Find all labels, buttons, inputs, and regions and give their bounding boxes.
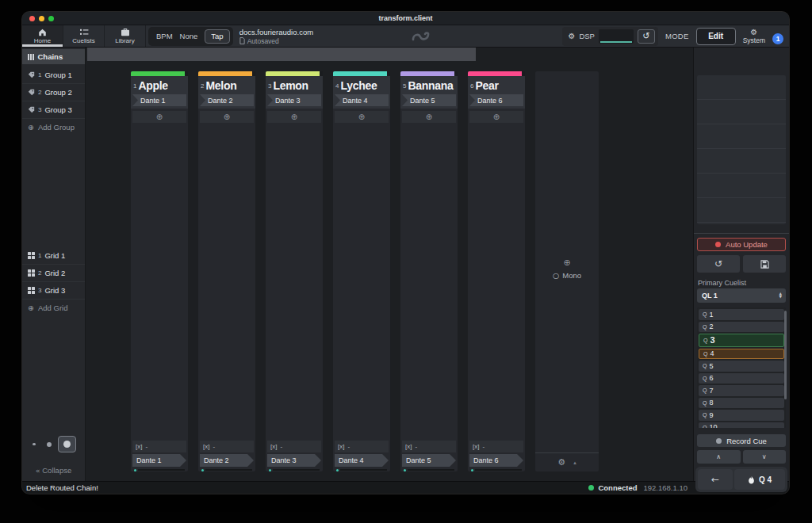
snapshot-slot[interactable] [697,100,786,124]
strip-mute-row[interactable]: [x] - [402,441,456,452]
snapshot-slot[interactable] [697,198,786,223]
zoom-large-selected[interactable] [58,436,76,452]
strip-mute-row[interactable]: [x] - [267,441,321,452]
add-plugin-button[interactable]: ⊕ [335,111,389,123]
sidebar-item-grid[interactable]: 1 Grid 1 [22,247,85,265]
snapshot-slot[interactable] [697,149,786,174]
zoom-small-dot[interactable] [33,443,36,446]
collapse-sidebar-button[interactable]: « Collapse [22,466,85,475]
add-plugin-button[interactable]: ⊕ [200,111,254,123]
cue-list-scrollbar[interactable] [784,311,787,399]
channel-strip[interactable]: 6 Pear Dante 6 ⊕ [x] - Dante 6 [468,71,525,471]
strip-input-tag[interactable]: Dante 2 [200,94,254,106]
add-plugin-button[interactable]: ⊕ [402,111,456,123]
cue-row[interactable]: Q 7 [699,385,784,396]
mono-circle-icon: ○ [553,271,559,280]
channel-strip[interactable]: 4 Lychee Dante 4 ⊕ [x] - Dante 4 [333,71,390,471]
cue-prefix: Q [703,351,707,357]
snapshot-slot[interactable] [697,75,786,100]
dsp-reset-button[interactable]: ↺ [638,29,655,44]
snapshot-slots [697,75,786,224]
strip-body [333,123,390,441]
channel-strip[interactable]: 2 Melon Dante 2 ⊕ [x] - Dante 2 [198,71,255,471]
strip-input-tag[interactable]: Dante 6 [469,94,523,106]
add-chain-column[interactable]: ⊕ ○ Mono ⚙ ▴ [535,71,599,471]
strip-input-tag[interactable]: Dante 5 [402,94,456,106]
zoom-window-button[interactable] [48,16,54,21]
cuelist-dropdown[interactable]: QL 1 ▲▼ [697,288,786,303]
tap-button[interactable]: Tap [205,29,229,44]
record-cue-button[interactable]: Record Cue [697,434,786,447]
tab-home[interactable]: Home [22,25,63,47]
channel-strip[interactable]: 3 Lemon Dante 3 ⊕ [x] - Dante 3 [266,71,323,471]
strip-name: Lemon [273,79,308,92]
caret-up-icon[interactable]: ▴ [573,460,576,466]
strip-output-tag[interactable]: Dante 3 [267,454,321,467]
go-back-button[interactable]: ← [698,469,733,490]
add-plugin-button[interactable]: ⊕ [132,111,186,123]
save-button[interactable] [743,255,786,273]
chain-settings-gear-icon[interactable]: ⚙ [557,458,565,467]
add-chain-plus-icon[interactable]: ⊕ [563,258,570,268]
add-mono-chain[interactable]: ○ Mono [553,271,581,280]
cue-row[interactable]: Q 3 [699,334,784,347]
strip-number: 3 [268,82,271,90]
tab-scroll-strip[interactable] [87,48,476,61]
close-window-button[interactable] [29,16,35,21]
cue-row[interactable]: Q 4 [699,349,784,360]
add-item-button[interactable]: ⊕ Add Grid [22,300,85,315]
cue-row[interactable]: Q 1 [699,309,784,320]
bpm-value[interactable]: None [180,32,198,40]
chains-header[interactable]: Chains [22,49,85,64]
minimize-window-button[interactable] [39,16,44,21]
sidebar-item-grid[interactable]: 2 Grid 2 [22,265,85,282]
auto-update-button[interactable]: Auto Update [697,238,786,251]
tab-library[interactable]: Library [105,25,146,47]
strip-mute-row[interactable]: [x] - [132,441,186,452]
mode-edit-button[interactable]: Edit [696,28,736,45]
strip-input-tag[interactable]: Dante 1 [132,94,186,106]
add-plugin-button[interactable]: ⊕ [469,111,523,123]
cue-row[interactable]: Q 6 [699,373,784,384]
sidebar-item-group[interactable]: 2 Group 2 [22,84,85,101]
cue-row[interactable]: Q 9 [699,410,784,421]
zoom-medium-dot[interactable] [47,442,52,447]
channel-strip[interactable]: 5 Bannana Dante 5 ⊕ [x] - Dante 5 [400,71,458,471]
strip-output-tag[interactable]: Dante 1 [132,454,186,467]
system-gear-icon: ⚙ [750,29,757,36]
cue-row[interactable]: Q 5 [699,361,784,372]
snapshot-slot[interactable] [697,124,786,149]
revert-button[interactable]: ↺ [697,255,740,273]
add-plugin-button[interactable]: ⊕ [267,111,321,123]
strip-mute-row[interactable]: [x] - [335,441,389,452]
cue-next-button[interactable]: ∨ [743,450,787,464]
strip-header: 2 Melon Dante 2 [198,71,255,109]
strip-input-tag[interactable]: Dante 4 [335,94,389,106]
sidebar: Chains 1 Group 1 2 Group 2 3 Group 3 ⊕ A… [22,48,86,481]
snapshot-slot[interactable] [697,174,786,198]
strip-input-tag[interactable]: Dante 3 [267,94,321,106]
sidebar-item-group[interactable]: 3 Group 3 [22,101,85,119]
cue-prefix: Q [703,338,707,343]
meter-dot-icon [336,469,339,471]
mode-label: MODE [665,32,689,40]
sidebar-item-group[interactable]: 1 Group 1 [22,67,85,84]
cue-previous-button[interactable]: ∧ [697,450,741,464]
channel-strip[interactable]: 1 Apple Dante 1 ⊕ [x] - Dante 1 [131,71,188,471]
tab-cuelists[interactable]: Cuelists [63,25,105,47]
sidebar-item-grid[interactable]: 3 Grid 3 [22,282,85,300]
strip-mute-row[interactable]: [x] - [469,441,523,452]
strip-output-tag[interactable]: Dante 4 [335,454,389,467]
add-item-button[interactable]: ⊕ Add Group [22,119,85,135]
cue-row[interactable]: Q 2 [699,322,784,333]
cue-row[interactable]: Q 8 [699,398,784,409]
strip-output-tag[interactable]: Dante 2 [200,454,254,467]
cue-prefix: Q [703,376,707,381]
strip-output-tag[interactable]: Dante 6 [469,454,523,467]
cue-row[interactable]: Q 10 [699,422,784,429]
go-cue-button[interactable]: Q 4 [734,469,785,490]
strip-mute-row[interactable]: [x] - [200,441,254,452]
strip-output-tag[interactable]: Dante 5 [402,454,456,467]
notification-badge[interactable]: 1 [772,33,783,44]
system-button[interactable]: ⚙ System [743,29,765,44]
